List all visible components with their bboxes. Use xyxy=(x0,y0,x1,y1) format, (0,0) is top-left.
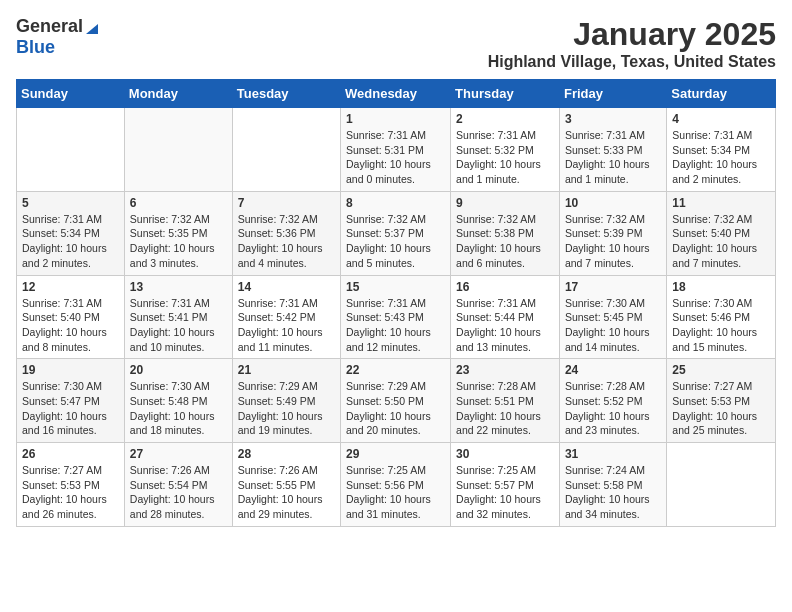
calendar-cell: 11Sunrise: 7:32 AMSunset: 5:40 PMDayligh… xyxy=(667,191,776,275)
day-number: 8 xyxy=(346,196,445,210)
calendar-cell: 5Sunrise: 7:31 AMSunset: 5:34 PMDaylight… xyxy=(17,191,125,275)
day-info: Sunrise: 7:27 AMSunset: 5:53 PMDaylight:… xyxy=(22,463,119,522)
svg-marker-0 xyxy=(86,24,98,34)
day-info: Sunrise: 7:30 AMSunset: 5:45 PMDaylight:… xyxy=(565,296,661,355)
calendar-cell: 17Sunrise: 7:30 AMSunset: 5:45 PMDayligh… xyxy=(559,275,666,359)
day-info: Sunrise: 7:29 AMSunset: 5:50 PMDaylight:… xyxy=(346,379,445,438)
day-info: Sunrise: 7:25 AMSunset: 5:57 PMDaylight:… xyxy=(456,463,554,522)
day-info: Sunrise: 7:30 AMSunset: 5:46 PMDaylight:… xyxy=(672,296,770,355)
calendar-cell: 22Sunrise: 7:29 AMSunset: 5:50 PMDayligh… xyxy=(341,359,451,443)
day-info: Sunrise: 7:31 AMSunset: 5:42 PMDaylight:… xyxy=(238,296,335,355)
day-info: Sunrise: 7:25 AMSunset: 5:56 PMDaylight:… xyxy=(346,463,445,522)
day-number: 19 xyxy=(22,363,119,377)
calendar-cell: 1Sunrise: 7:31 AMSunset: 5:31 PMDaylight… xyxy=(341,108,451,192)
day-number: 7 xyxy=(238,196,335,210)
day-info: Sunrise: 7:27 AMSunset: 5:53 PMDaylight:… xyxy=(672,379,770,438)
day-number: 27 xyxy=(130,447,227,461)
day-info: Sunrise: 7:26 AMSunset: 5:55 PMDaylight:… xyxy=(238,463,335,522)
day-info: Sunrise: 7:31 AMSunset: 5:33 PMDaylight:… xyxy=(565,128,661,187)
week-row-5: 26Sunrise: 7:27 AMSunset: 5:53 PMDayligh… xyxy=(17,443,776,527)
day-info: Sunrise: 7:31 AMSunset: 5:32 PMDaylight:… xyxy=(456,128,554,187)
calendar-cell: 29Sunrise: 7:25 AMSunset: 5:56 PMDayligh… xyxy=(341,443,451,527)
day-info: Sunrise: 7:31 AMSunset: 5:41 PMDaylight:… xyxy=(130,296,227,355)
title-area: January 2025 Highland Village, Texas, Un… xyxy=(488,16,776,71)
calendar-cell: 19Sunrise: 7:30 AMSunset: 5:47 PMDayligh… xyxy=(17,359,125,443)
calendar-cell: 3Sunrise: 7:31 AMSunset: 5:33 PMDaylight… xyxy=(559,108,666,192)
day-info: Sunrise: 7:29 AMSunset: 5:49 PMDaylight:… xyxy=(238,379,335,438)
calendar-cell: 23Sunrise: 7:28 AMSunset: 5:51 PMDayligh… xyxy=(451,359,560,443)
day-number: 26 xyxy=(22,447,119,461)
calendar-cell xyxy=(124,108,232,192)
day-number: 13 xyxy=(130,280,227,294)
day-info: Sunrise: 7:32 AMSunset: 5:38 PMDaylight:… xyxy=(456,212,554,271)
calendar-cell: 4Sunrise: 7:31 AMSunset: 5:34 PMDaylight… xyxy=(667,108,776,192)
calendar-cell: 27Sunrise: 7:26 AMSunset: 5:54 PMDayligh… xyxy=(124,443,232,527)
day-number: 6 xyxy=(130,196,227,210)
calendar-cell: 2Sunrise: 7:31 AMSunset: 5:32 PMDaylight… xyxy=(451,108,560,192)
day-number: 30 xyxy=(456,447,554,461)
logo-arrow-icon xyxy=(84,20,100,36)
weekday-header-row: SundayMondayTuesdayWednesdayThursdayFrid… xyxy=(17,80,776,108)
day-info: Sunrise: 7:31 AMSunset: 5:40 PMDaylight:… xyxy=(22,296,119,355)
calendar-cell: 18Sunrise: 7:30 AMSunset: 5:46 PMDayligh… xyxy=(667,275,776,359)
calendar-cell: 31Sunrise: 7:24 AMSunset: 5:58 PMDayligh… xyxy=(559,443,666,527)
day-info: Sunrise: 7:31 AMSunset: 5:34 PMDaylight:… xyxy=(22,212,119,271)
week-row-1: 1Sunrise: 7:31 AMSunset: 5:31 PMDaylight… xyxy=(17,108,776,192)
calendar-cell: 26Sunrise: 7:27 AMSunset: 5:53 PMDayligh… xyxy=(17,443,125,527)
day-info: Sunrise: 7:28 AMSunset: 5:52 PMDaylight:… xyxy=(565,379,661,438)
day-number: 24 xyxy=(565,363,661,377)
month-title: January 2025 xyxy=(488,16,776,53)
calendar-cell: 6Sunrise: 7:32 AMSunset: 5:35 PMDaylight… xyxy=(124,191,232,275)
calendar-cell xyxy=(17,108,125,192)
day-info: Sunrise: 7:24 AMSunset: 5:58 PMDaylight:… xyxy=(565,463,661,522)
day-info: Sunrise: 7:26 AMSunset: 5:54 PMDaylight:… xyxy=(130,463,227,522)
day-info: Sunrise: 7:30 AMSunset: 5:48 PMDaylight:… xyxy=(130,379,227,438)
calendar-cell: 15Sunrise: 7:31 AMSunset: 5:43 PMDayligh… xyxy=(341,275,451,359)
weekday-header-thursday: Thursday xyxy=(451,80,560,108)
weekday-header-wednesday: Wednesday xyxy=(341,80,451,108)
day-number: 11 xyxy=(672,196,770,210)
day-info: Sunrise: 7:32 AMSunset: 5:37 PMDaylight:… xyxy=(346,212,445,271)
day-info: Sunrise: 7:30 AMSunset: 5:47 PMDaylight:… xyxy=(22,379,119,438)
calendar-cell: 13Sunrise: 7:31 AMSunset: 5:41 PMDayligh… xyxy=(124,275,232,359)
day-info: Sunrise: 7:31 AMSunset: 5:44 PMDaylight:… xyxy=(456,296,554,355)
logo-blue-text: Blue xyxy=(16,37,55,57)
day-number: 28 xyxy=(238,447,335,461)
calendar-cell: 28Sunrise: 7:26 AMSunset: 5:55 PMDayligh… xyxy=(232,443,340,527)
day-info: Sunrise: 7:32 AMSunset: 5:39 PMDaylight:… xyxy=(565,212,661,271)
day-number: 3 xyxy=(565,112,661,126)
calendar-cell: 12Sunrise: 7:31 AMSunset: 5:40 PMDayligh… xyxy=(17,275,125,359)
day-info: Sunrise: 7:31 AMSunset: 5:31 PMDaylight:… xyxy=(346,128,445,187)
day-number: 22 xyxy=(346,363,445,377)
day-info: Sunrise: 7:28 AMSunset: 5:51 PMDaylight:… xyxy=(456,379,554,438)
calendar-container: General Blue January 2025 Highland Villa… xyxy=(16,16,776,527)
day-info: Sunrise: 7:31 AMSunset: 5:34 PMDaylight:… xyxy=(672,128,770,187)
calendar-cell: 7Sunrise: 7:32 AMSunset: 5:36 PMDaylight… xyxy=(232,191,340,275)
week-row-3: 12Sunrise: 7:31 AMSunset: 5:40 PMDayligh… xyxy=(17,275,776,359)
calendar-cell: 8Sunrise: 7:32 AMSunset: 5:37 PMDaylight… xyxy=(341,191,451,275)
day-number: 20 xyxy=(130,363,227,377)
calendar-cell: 9Sunrise: 7:32 AMSunset: 5:38 PMDaylight… xyxy=(451,191,560,275)
calendar-cell: 14Sunrise: 7:31 AMSunset: 5:42 PMDayligh… xyxy=(232,275,340,359)
weekday-header-tuesday: Tuesday xyxy=(232,80,340,108)
logo-general-text: General xyxy=(16,16,83,37)
calendar-cell: 24Sunrise: 7:28 AMSunset: 5:52 PMDayligh… xyxy=(559,359,666,443)
day-info: Sunrise: 7:32 AMSunset: 5:40 PMDaylight:… xyxy=(672,212,770,271)
calendar-cell xyxy=(232,108,340,192)
calendar-table: SundayMondayTuesdayWednesdayThursdayFrid… xyxy=(16,79,776,527)
day-number: 5 xyxy=(22,196,119,210)
day-number: 1 xyxy=(346,112,445,126)
day-number: 15 xyxy=(346,280,445,294)
day-number: 17 xyxy=(565,280,661,294)
day-number: 31 xyxy=(565,447,661,461)
calendar-cell: 25Sunrise: 7:27 AMSunset: 5:53 PMDayligh… xyxy=(667,359,776,443)
day-number: 2 xyxy=(456,112,554,126)
weekday-header-saturday: Saturday xyxy=(667,80,776,108)
day-info: Sunrise: 7:31 AMSunset: 5:43 PMDaylight:… xyxy=(346,296,445,355)
logo: General Blue xyxy=(16,16,100,58)
day-number: 4 xyxy=(672,112,770,126)
calendar-cell: 16Sunrise: 7:31 AMSunset: 5:44 PMDayligh… xyxy=(451,275,560,359)
calendar-cell: 21Sunrise: 7:29 AMSunset: 5:49 PMDayligh… xyxy=(232,359,340,443)
weekday-header-friday: Friday xyxy=(559,80,666,108)
calendar-cell: 10Sunrise: 7:32 AMSunset: 5:39 PMDayligh… xyxy=(559,191,666,275)
